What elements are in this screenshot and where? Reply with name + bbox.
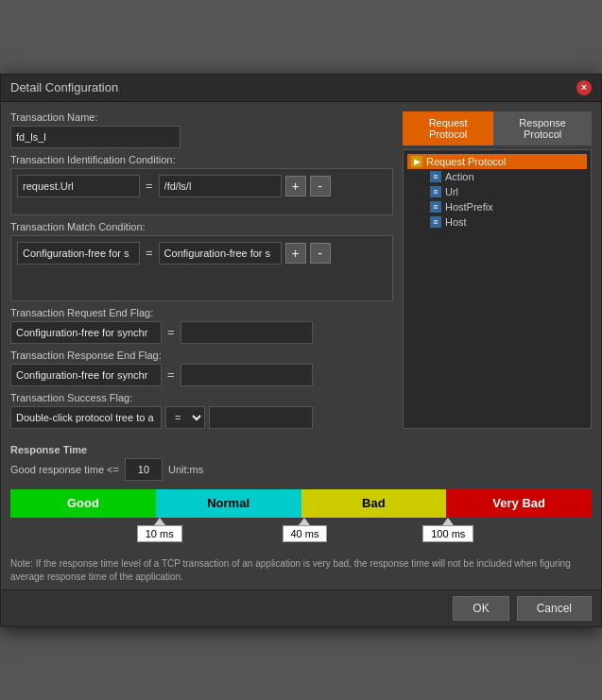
response-time-label: Response Time bbox=[10, 444, 592, 455]
threshold-marker-40ms: 40 ms bbox=[283, 518, 328, 542]
threshold-marker-100ms: 100 ms bbox=[422, 518, 473, 542]
ok-button[interactable]: OK bbox=[453, 596, 508, 621]
title-bar: Detail Configuration × bbox=[1, 75, 601, 102]
success-right-input[interactable] bbox=[209, 406, 313, 429]
match-condition-label: Transaction Match Condition: bbox=[10, 221, 393, 232]
prop-icon-url: ≡ bbox=[430, 186, 441, 197]
tree-children: ≡ Action ≡ Url ≡ HostPrefix ≡ Host bbox=[407, 169, 587, 230]
success-flag-row: = != bbox=[10, 406, 393, 429]
response-time-section: Response Time Good response time <= Unit… bbox=[1, 438, 601, 489]
response-protocol-tab[interactable]: Response Protocol bbox=[493, 111, 592, 145]
tree-item-hostprefix-label: HostPrefix bbox=[445, 201, 493, 213]
resp-end-right-input[interactable] bbox=[181, 364, 313, 386]
match-left-input[interactable] bbox=[17, 242, 140, 265]
threshold-box-100ms: 100 ms bbox=[422, 525, 473, 542]
tree-item-host[interactable]: ≡ Host bbox=[426, 214, 587, 230]
response-good-row: Good response time <= Unit:ms bbox=[10, 458, 592, 481]
threshold-arrow-10ms bbox=[154, 518, 165, 525]
bar-normal: Normal bbox=[156, 489, 301, 518]
dialog-title: Detail Configuration bbox=[10, 80, 118, 94]
prop-icon-host: ≡ bbox=[430, 216, 441, 228]
cancel-button[interactable]: Cancel bbox=[517, 596, 592, 621]
tree-item-action-label: Action bbox=[445, 171, 474, 182]
req-end-right-input[interactable] bbox=[181, 321, 313, 344]
match-right-input[interactable] bbox=[159, 242, 282, 265]
match-condition-row: = + - bbox=[17, 242, 387, 265]
right-panel: Request Protocol Response Protocol ▶ Req… bbox=[403, 111, 592, 429]
threshold-box-40ms: 40 ms bbox=[283, 525, 328, 542]
id-condition-left-input[interactable] bbox=[17, 175, 140, 197]
tree-item-host-label: Host bbox=[445, 216, 467, 228]
id-condition-box: = + - bbox=[10, 168, 393, 215]
req-end-flag-row: = bbox=[10, 321, 393, 344]
success-equals-select[interactable]: = != bbox=[165, 406, 205, 429]
dialog-footer: OK Cancel bbox=[1, 589, 601, 626]
note-text: Note: If the response time level of a TC… bbox=[1, 554, 601, 589]
match-condition-box: = + - bbox=[10, 235, 393, 301]
resp-end-equals: = bbox=[165, 367, 177, 382]
good-response-input[interactable] bbox=[125, 458, 163, 481]
transaction-name-input[interactable] bbox=[10, 126, 181, 148]
protocol-tree-panel: ▶ Request Protocol ≡ Action ≡ Url ≡ Host… bbox=[403, 149, 592, 429]
threshold-arrow-100ms bbox=[442, 518, 454, 525]
success-left-input[interactable] bbox=[10, 406, 162, 429]
request-protocol-tab[interactable]: Request Protocol bbox=[403, 111, 493, 145]
success-flag-label: Transaction Success Flag: bbox=[10, 392, 393, 403]
response-time-bar: Good Normal Bad Very Bad bbox=[10, 489, 592, 518]
match-add-button[interactable]: + bbox=[285, 243, 306, 264]
folder-icon: ▶ bbox=[411, 156, 422, 167]
transaction-name-label: Transaction Name: bbox=[10, 111, 393, 123]
protocol-tab-bar: Request Protocol Response Protocol bbox=[403, 111, 592, 145]
req-end-flag-label: Transaction Request End Flag: bbox=[10, 307, 393, 318]
success-flag-section: Transaction Success Flag: = != bbox=[10, 392, 393, 429]
id-condition-label: Transaction Identification Condition: bbox=[10, 154, 393, 165]
threshold-markers-container: 10 ms 40 ms 100 ms bbox=[10, 518, 592, 554]
threshold-box-10ms: 10 ms bbox=[137, 525, 182, 542]
tree-item-url-label: Url bbox=[445, 186, 458, 197]
id-condition-right-input[interactable] bbox=[159, 175, 282, 197]
id-add-button[interactable]: + bbox=[285, 176, 306, 196]
req-end-flag-section: Transaction Request End Flag: = bbox=[10, 307, 393, 344]
resp-end-flag-label: Transaction Response End Flag: bbox=[10, 350, 393, 361]
left-panel: Transaction Name: Transaction Identifica… bbox=[10, 111, 393, 429]
transaction-name-section: Transaction Name: bbox=[10, 111, 393, 148]
id-condition-section: Transaction Identification Condition: = … bbox=[10, 154, 393, 215]
unit-label: Unit:ms bbox=[168, 464, 203, 475]
close-button[interactable]: × bbox=[576, 80, 592, 95]
match-equals-sign: = bbox=[144, 246, 155, 260]
req-end-equals: = bbox=[165, 325, 177, 339]
resp-end-left-input[interactable] bbox=[10, 364, 162, 386]
threshold-marker-10ms: 10 ms bbox=[137, 518, 182, 542]
prop-icon-hostprefix: ≡ bbox=[430, 201, 441, 213]
resp-end-flag-section: Transaction Response End Flag: = bbox=[10, 350, 393, 386]
bar-very-bad: Very Bad bbox=[446, 489, 592, 518]
tree-item-url[interactable]: ≡ Url bbox=[426, 184, 587, 199]
tree-item-action[interactable]: ≡ Action bbox=[426, 169, 587, 184]
tree-root-item[interactable]: ▶ Request Protocol bbox=[407, 154, 587, 169]
id-remove-button[interactable]: - bbox=[310, 176, 331, 196]
bar-good: Good bbox=[10, 489, 156, 518]
dialog-body: Transaction Name: Transaction Identifica… bbox=[1, 102, 601, 438]
match-remove-button[interactable]: - bbox=[310, 243, 331, 264]
detail-configuration-dialog: Detail Configuration × Transaction Name:… bbox=[0, 74, 602, 627]
tree-root-label: Request Protocol bbox=[426, 156, 506, 167]
bar-bad: Bad bbox=[301, 489, 447, 518]
id-equals-sign: = bbox=[144, 179, 155, 193]
tree-item-hostprefix[interactable]: ≡ HostPrefix bbox=[426, 199, 587, 214]
req-end-left-input[interactable] bbox=[10, 321, 162, 344]
id-condition-row: = + - bbox=[17, 175, 387, 197]
threshold-arrow-40ms bbox=[299, 518, 310, 525]
resp-end-flag-row: = bbox=[10, 364, 393, 386]
prop-icon-action: ≡ bbox=[430, 171, 441, 182]
good-response-label: Good response time <= bbox=[10, 464, 119, 475]
match-condition-section: Transaction Match Condition: = + - bbox=[10, 221, 393, 301]
